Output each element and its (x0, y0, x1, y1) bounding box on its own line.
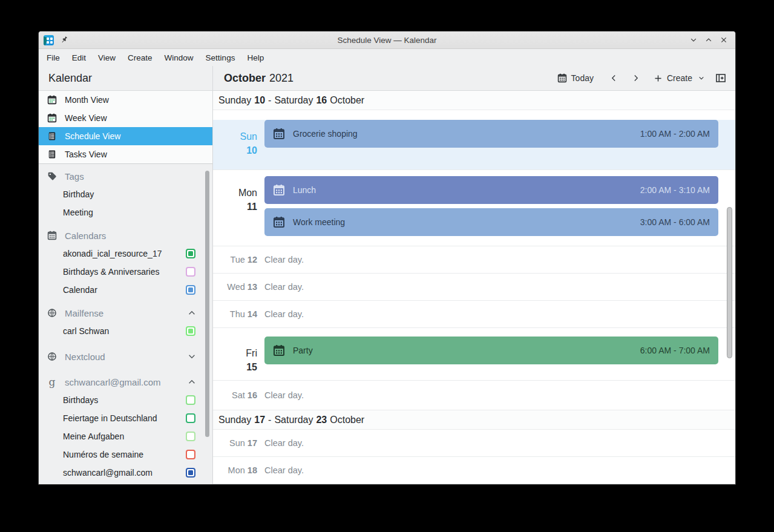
today-button[interactable]: Today (557, 73, 594, 83)
calendar-label: schwancarl@gmail.com (63, 468, 153, 478)
calendar-label: Meine Aufgaben (63, 432, 124, 441)
close-button[interactable] (720, 36, 728, 44)
calendar-label: Feiertage in Deutschland (63, 413, 157, 423)
menu-settings[interactable]: Settings (200, 51, 241, 65)
calendar-item[interactable]: Birthdays (39, 391, 212, 409)
event-calendar-icon (273, 184, 285, 196)
collapse-chevron-icon[interactable] (187, 377, 197, 387)
calendar-label: Numéros de semaine (63, 450, 143, 459)
calendar-item[interactable]: schwancarl@gmail.com (39, 464, 212, 482)
today-label: Today (571, 73, 594, 83)
create-button[interactable]: Create (654, 73, 705, 83)
day-row-sat-16: Sat 16 Clear day. (213, 381, 735, 410)
week-view-icon (47, 113, 57, 123)
tag-item-birthday[interactable]: Birthday (39, 185, 212, 203)
view-list: Month View Week View Schedule View Tasks… (39, 91, 212, 164)
calendar-checkbox[interactable] (186, 285, 195, 295)
event-title: Work meeting (293, 217, 640, 227)
month-view-icon (47, 95, 57, 105)
account-header-mailfense[interactable]: Mailfense (39, 304, 212, 322)
calendar-checkbox[interactable] (186, 468, 195, 478)
collapse-chevron-icon[interactable] (187, 352, 197, 361)
event-time: 1:00 AM - 2:00 AM (640, 129, 710, 139)
account-header-gmail[interactable]: g schwancarl@gmail.com (39, 373, 212, 391)
clear-day-label: Clear day. (264, 465, 304, 475)
schedule-scrollbar[interactable] (727, 207, 732, 358)
menu-file[interactable]: File (41, 51, 66, 65)
month-label: October (224, 72, 266, 85)
plus-icon (654, 74, 663, 83)
event-work-meeting[interactable]: Work meeting 3:00 AM - 6:00 AM (264, 208, 718, 236)
day-label: Fri 15 (213, 346, 257, 374)
calendar-item[interactable]: Birthdays & Anniversaries (39, 263, 212, 281)
menu-view[interactable]: View (92, 51, 122, 65)
sidebar-item-tasks-view[interactable]: Tasks View (39, 145, 212, 163)
calendar-checkbox[interactable] (186, 432, 195, 441)
calendar-checkbox[interactable] (186, 413, 195, 423)
calendar-item[interactable]: Calendar (39, 281, 212, 299)
titlebar[interactable]: Schedule View — Kalendar (39, 31, 735, 49)
event-calendar-icon (273, 128, 285, 140)
sidebar-item-week-view[interactable]: Week View (39, 109, 212, 127)
pin-icon (60, 36, 68, 44)
view-label: Tasks View (65, 149, 107, 159)
event-title: Party (293, 346, 640, 355)
window-title: Schedule View — Kalendar (39, 36, 735, 45)
calendar-label: carl Schwan (63, 326, 109, 336)
account-header-nextcloud[interactable]: Nextcloud (39, 347, 212, 366)
calendars-section-header[interactable]: Calendars (39, 226, 212, 245)
day-row-wed-13: Wed 13 Clear day. (213, 274, 735, 301)
clear-day-label: Clear day. (264, 390, 304, 400)
calendar-item[interactable]: Numéros de semaine (39, 445, 212, 464)
clear-day-label: Clear day. (264, 255, 304, 264)
calendar-item[interactable]: akonadi_ical_resource_17 (39, 245, 212, 263)
sidebar-scrollbar[interactable] (205, 171, 209, 437)
calendar-icon (47, 231, 57, 240)
menu-help[interactable]: Help (241, 51, 270, 65)
event-calendar-icon (273, 216, 285, 228)
app-header: Kalendar October 2021 Today Create (39, 66, 735, 91)
tag-icon (47, 171, 57, 181)
view-label: Week View (65, 113, 107, 123)
maximize-button[interactable] (704, 36, 713, 44)
tag-item-meeting[interactable]: Meeting (39, 203, 212, 222)
calendar-item[interactable]: Meine Aufgaben (39, 427, 212, 445)
calendar-checkbox[interactable] (186, 326, 195, 336)
event-lunch[interactable]: Lunch 2:00 AM - 3:10 AM (264, 176, 718, 204)
calendar-item[interactable]: carl Schwan (39, 322, 212, 340)
view-label: Month View (65, 95, 109, 105)
event-grocerie-shoping[interactable]: Grocerie shoping 1:00 AM - 2:00 AM (264, 120, 718, 148)
add-calendar-pane-button[interactable] (715, 73, 726, 84)
tags-section-header[interactable]: Tags (39, 167, 212, 185)
calendar-label: Birthdays (63, 395, 98, 405)
account-title: Mailfense (65, 308, 103, 318)
previous-button[interactable] (609, 73, 618, 83)
collapse-chevron-icon[interactable] (187, 308, 197, 318)
week-header: Sunday17 -Saturday 23October (213, 410, 735, 430)
menu-edit[interactable]: Edit (66, 51, 92, 65)
calendar-label: Birthdays & Anniversaries (63, 267, 160, 277)
calendar-checkbox[interactable] (186, 267, 195, 277)
calendar-item[interactable]: Feiertage in Deutschland (39, 409, 212, 427)
sidebar-item-month-view[interactable]: Month View (39, 91, 212, 109)
google-icon: g (47, 378, 57, 386)
next-button[interactable] (631, 73, 641, 83)
event-calendar-icon (273, 344, 285, 356)
chevron-down-icon (698, 74, 705, 82)
sidebar-item-schedule-view[interactable]: Schedule View (39, 127, 212, 145)
calendar-label: Calendar (63, 285, 97, 295)
calendar-icon (557, 73, 567, 83)
year-label: 2021 (269, 72, 294, 85)
menu-bar: File Edit View Create Window Settings He… (39, 49, 735, 66)
day-row-tue-12: Tue 12 Clear day. (213, 246, 735, 274)
view-label: Schedule View (65, 131, 120, 141)
tasks-view-icon (47, 149, 57, 159)
globe-icon (47, 352, 57, 361)
minimize-button[interactable] (689, 36, 698, 44)
event-party[interactable]: Party 6:00 AM - 7:00 AM (264, 337, 718, 364)
calendar-checkbox[interactable] (186, 249, 195, 258)
calendar-checkbox[interactable] (186, 450, 195, 459)
calendar-checkbox[interactable] (186, 395, 195, 405)
menu-window[interactable]: Window (159, 51, 200, 65)
menu-create[interactable]: Create (122, 51, 159, 65)
